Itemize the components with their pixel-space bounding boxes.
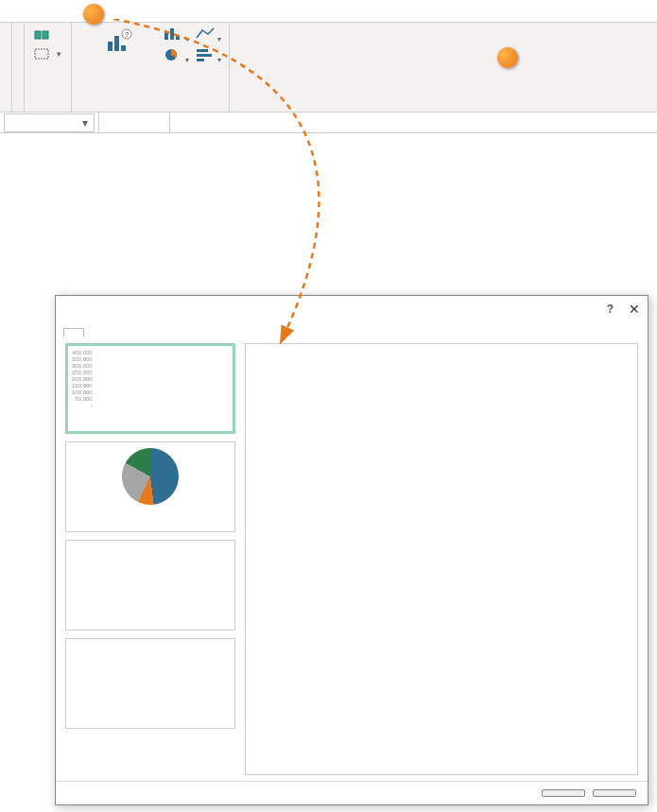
- ribbon-group-charts: ? ▾ ▾ ▾ ▾: [72, 23, 230, 112]
- smartart-icon: [34, 27, 49, 43]
- screenshot-icon: [34, 46, 49, 61]
- line-chart-icon[interactable]: ▾: [195, 26, 223, 45]
- ribbon-group-smart: ▾: [25, 23, 72, 112]
- ribbon-group-tables: [0, 23, 12, 112]
- ok-button[interactable]: [542, 789, 585, 797]
- svg-rect-3: [108, 42, 112, 51]
- svg-rect-5: [121, 45, 126, 51]
- thumb-title: [66, 442, 234, 444]
- help-icon[interactable]: ?: [607, 302, 614, 316]
- dialog-titlebar: ? ✕: [56, 296, 648, 322]
- svg-rect-12: [197, 49, 208, 52]
- callout-2: [497, 47, 518, 68]
- close-icon[interactable]: ✕: [629, 302, 640, 317]
- column-chart-icon[interactable]: ▾: [163, 26, 191, 45]
- svg-rect-4: [114, 36, 119, 51]
- insert-chart-dialog: ? ✕ 400,000350,000300,000250,000200,0001…: [55, 295, 648, 805]
- chart-thumbnail-list: 400,000350,000300,000250,000200,000150,0…: [65, 343, 235, 775]
- chevron-down-icon[interactable]: ▾: [82, 116, 88, 130]
- formula-bar[interactable]: [169, 112, 657, 132]
- chart-type-icons: ▾ ▾ ▾ ▾: [163, 26, 223, 66]
- dialog-tabs: [56, 322, 648, 337]
- thumb-pie[interactable]: [65, 441, 235, 532]
- preview-chart-svg: [257, 355, 616, 544]
- svg-rect-8: [164, 32, 168, 40]
- svg-rect-9: [170, 28, 174, 40]
- tab-recommended-charts[interactable]: [63, 328, 84, 337]
- recommended-charts-icon: ?: [106, 28, 132, 55]
- group-label-charts: [131, 110, 169, 112]
- svg-rect-2: [35, 49, 48, 59]
- name-box[interactable]: ▾: [4, 113, 95, 132]
- ribbon: ▾ ? ▾ ▾ ▾ ▾: [0, 23, 657, 112]
- smartart-button[interactable]: [30, 26, 65, 43]
- recommended-charts-button[interactable]: ?: [78, 26, 161, 66]
- svg-rect-14: [197, 59, 204, 61]
- thumb-bar[interactable]: [65, 540, 235, 631]
- ribbon-group-illustrations: [12, 23, 25, 112]
- svg-rect-10: [176, 35, 180, 40]
- callout-1: [83, 4, 104, 25]
- formula-row: ▾: [0, 112, 657, 133]
- pie-icon: [122, 448, 179, 505]
- bar-chart-icon[interactable]: ▾: [195, 47, 223, 66]
- svg-rect-1: [43, 31, 48, 39]
- thumb-clustered-column[interactable]: 400,000350,000300,000250,000200,000150,0…: [65, 343, 235, 434]
- tab-all-charts[interactable]: [84, 328, 105, 337]
- chevron-down-icon: ▾: [57, 49, 61, 59]
- svg-rect-0: [35, 31, 41, 39]
- svg-text:?: ?: [125, 30, 130, 39]
- thumb-funnel[interactable]: [65, 638, 235, 729]
- screenshot-button[interactable]: ▾: [30, 45, 65, 62]
- cancel-button[interactable]: [593, 789, 636, 797]
- pie-chart-icon[interactable]: ▾: [163, 47, 191, 66]
- chart-preview: [245, 343, 638, 775]
- svg-rect-13: [197, 54, 212, 57]
